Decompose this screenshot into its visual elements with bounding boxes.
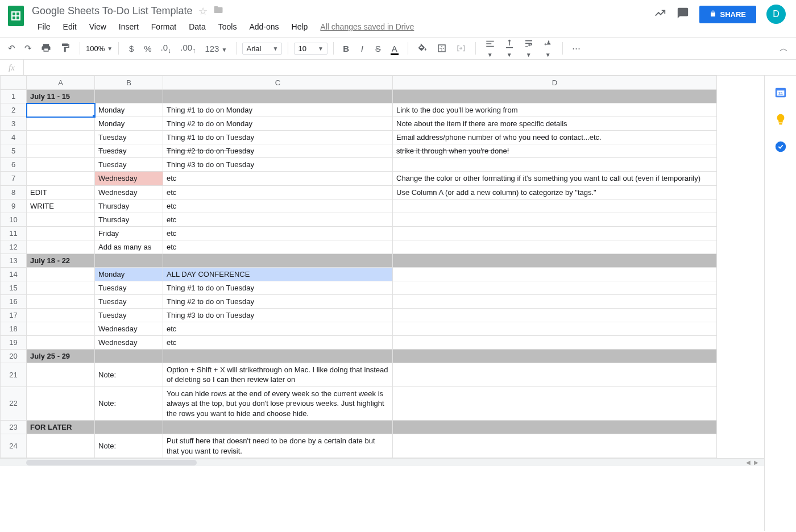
- cell-A10[interactable]: [27, 213, 95, 226]
- explore-icon[interactable]: [654, 7, 666, 22]
- cell-D22[interactable]: [393, 386, 717, 421]
- cell-A17[interactable]: [27, 308, 95, 322]
- menu-edit[interactable]: Edit: [57, 20, 82, 34]
- row-header[interactable]: 20: [1, 349, 27, 363]
- strikethrough-button[interactable]: S: [371, 41, 385, 56]
- cell-D11[interactable]: [393, 226, 717, 240]
- row-header[interactable]: 23: [1, 421, 27, 434]
- cell-D9[interactable]: [393, 199, 717, 213]
- cell-D21[interactable]: [393, 363, 717, 386]
- cell-C7[interactable]: etc: [163, 172, 393, 186]
- cell-A21[interactable]: [27, 363, 95, 386]
- star-icon[interactable]: ☆: [198, 5, 208, 18]
- cell-B13[interactable]: [95, 253, 163, 267]
- menu-help[interactable]: Help: [286, 20, 314, 34]
- cell-D5[interactable]: strike it through when you're done!: [393, 144, 717, 158]
- vertical-align-button[interactable]: ▼: [501, 36, 518, 61]
- format-currency-button[interactable]: $: [125, 41, 138, 56]
- cell-B16[interactable]: Tuesday: [95, 294, 163, 308]
- cell-B10[interactable]: Thursday: [95, 213, 163, 226]
- fill-color-button[interactable]: [414, 41, 431, 56]
- spreadsheet-grid[interactable]: ABCD1July 11 - 152MondayThing #1 to do o…: [0, 76, 764, 531]
- menu-add-ons[interactable]: Add-ons: [243, 20, 284, 34]
- save-status[interactable]: All changes saved in Drive: [320, 20, 414, 34]
- cell-A4[interactable]: [27, 131, 95, 144]
- cell-B18[interactable]: Wednesday: [95, 322, 163, 335]
- cell-D3[interactable]: Note about the item if there are more sp…: [393, 117, 717, 131]
- column-header-B[interactable]: B: [95, 76, 163, 90]
- cell-D24[interactable]: [393, 434, 717, 458]
- cell-A8[interactable]: EDIT: [27, 185, 95, 199]
- cell-A15[interactable]: [27, 281, 95, 294]
- row-header[interactable]: 19: [1, 335, 27, 349]
- italic-button[interactable]: I: [355, 41, 369, 56]
- cell-D19[interactable]: [393, 335, 717, 349]
- row-header[interactable]: 2: [1, 103, 27, 117]
- cell-C24[interactable]: Put stuff here that doesn't need to be d…: [163, 434, 393, 458]
- cell-D1[interactable]: [393, 90, 717, 103]
- cell-A18[interactable]: [27, 322, 95, 335]
- cell-C6[interactable]: Thing #3 to do on Tuesday: [163, 158, 393, 172]
- cell-A22[interactable]: [27, 386, 95, 421]
- keep-addon-icon[interactable]: [774, 113, 787, 126]
- move-folder-icon[interactable]: [213, 5, 223, 18]
- cell-D23[interactable]: [393, 421, 717, 434]
- row-header[interactable]: 24: [1, 434, 27, 458]
- cell-A20[interactable]: July 25 - 29: [27, 349, 95, 363]
- cell-D8[interactable]: Use Column A (or add a new column) to ca…: [393, 185, 717, 199]
- paint-format-button[interactable]: [57, 40, 74, 57]
- cell-A11[interactable]: [27, 226, 95, 240]
- row-header[interactable]: 15: [1, 281, 27, 294]
- row-header[interactable]: 12: [1, 240, 27, 253]
- cell-A3[interactable]: [27, 117, 95, 131]
- cell-D6[interactable]: [393, 158, 717, 172]
- cell-A24[interactable]: [27, 434, 95, 458]
- tasks-addon-icon[interactable]: [774, 140, 787, 153]
- cell-C1[interactable]: [163, 90, 393, 103]
- select-all-corner[interactable]: [1, 76, 27, 90]
- cell-B19[interactable]: Wednesday: [95, 335, 163, 349]
- column-header-C[interactable]: C: [163, 76, 393, 90]
- cell-C11[interactable]: etc: [163, 226, 393, 240]
- cell-B5[interactable]: Tuesday: [95, 144, 163, 158]
- text-color-button[interactable]: A: [387, 41, 402, 56]
- menu-view[interactable]: View: [84, 20, 112, 34]
- cell-A9[interactable]: WRITE: [27, 199, 95, 213]
- bold-button[interactable]: B: [339, 41, 353, 56]
- collapse-toolbar-button[interactable]: ︿: [776, 41, 791, 56]
- redo-button[interactable]: ↷: [21, 41, 35, 56]
- menu-insert[interactable]: Insert: [113, 20, 144, 34]
- cell-A12[interactable]: [27, 240, 95, 253]
- column-header-D[interactable]: D: [393, 76, 717, 90]
- cell-C15[interactable]: Thing #1 to do on Tuesday: [163, 281, 393, 294]
- cell-C14[interactable]: ALL DAY CONFERENCE: [163, 267, 393, 281]
- cell-C20[interactable]: [163, 349, 393, 363]
- column-header-A[interactable]: A: [27, 76, 95, 90]
- merge-cells-button[interactable]: [453, 41, 470, 56]
- share-button[interactable]: SHARE: [699, 6, 756, 23]
- calendar-addon-icon[interactable]: 31: [774, 86, 787, 98]
- cell-B24[interactable]: Note:: [95, 434, 163, 458]
- text-wrap-button[interactable]: ▼: [520, 36, 537, 61]
- cell-D4[interactable]: Email address/phone number of who you ne…: [393, 131, 717, 144]
- cell-B23[interactable]: [95, 421, 163, 434]
- cell-C13[interactable]: [163, 253, 393, 267]
- cell-B3[interactable]: Monday: [95, 117, 163, 131]
- comments-icon[interactable]: [677, 7, 689, 22]
- increase-decimal-button[interactable]: .00↑: [177, 40, 199, 57]
- menu-data[interactable]: Data: [183, 20, 212, 34]
- borders-button[interactable]: [433, 41, 450, 56]
- cell-B8[interactable]: Wednesday: [95, 185, 163, 199]
- cell-C18[interactable]: etc: [163, 322, 393, 335]
- cell-D2[interactable]: Link to the doc you'll be working from: [393, 103, 717, 117]
- cell-D14[interactable]: [393, 267, 717, 281]
- cell-C22[interactable]: You can hide rows at the end of every we…: [163, 386, 393, 421]
- decrease-decimal-button[interactable]: .0↓: [157, 40, 175, 57]
- font-family-select[interactable]: Arial▼: [242, 43, 282, 55]
- undo-button[interactable]: ↶: [5, 41, 19, 56]
- cell-A16[interactable]: [27, 294, 95, 308]
- cell-A23[interactable]: FOR LATER: [27, 421, 95, 434]
- cell-D18[interactable]: [393, 322, 717, 335]
- row-header[interactable]: 14: [1, 267, 27, 281]
- cell-A7[interactable]: [27, 172, 95, 186]
